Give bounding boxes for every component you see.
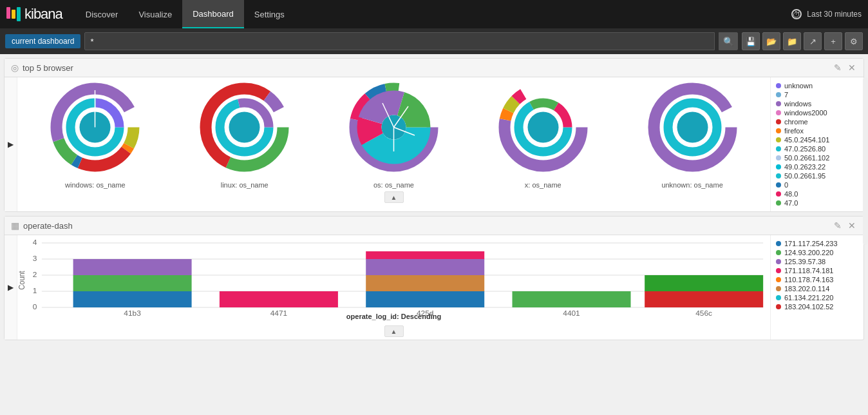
legend-item-3: windows2000 <box>776 108 858 117</box>
bar-4471-seg1 <box>220 291 338 307</box>
bar-4401-seg1 <box>513 291 631 307</box>
bar-chart-svg: 0 1 2 3 4 Count 41b3 4471 <box>17 235 770 319</box>
op-legend-item-1: 124.93.200.220 <box>776 248 858 257</box>
legend-label-11: 0 <box>784 181 788 189</box>
op-legend-dot-4 <box>776 277 781 282</box>
legend-dot-5 <box>776 128 781 133</box>
bar-41b3-seg3 <box>73 259 192 275</box>
donut-charts-area: windows: os_name linux: os_name <box>17 77 770 211</box>
legend-dot-0 <box>776 83 781 88</box>
bar-456c-seg1 <box>645 291 763 307</box>
logo-bar-pink <box>6 7 10 19</box>
op-legend-dot-1 <box>776 250 781 255</box>
legend-dot-10 <box>776 173 781 179</box>
legend-item-13: 47.0 <box>776 198 858 208</box>
donut-svg-windows <box>45 77 145 177</box>
legend-scrollbar[interactable] <box>863 77 868 245</box>
y-label-3: 3 <box>33 255 37 262</box>
legend-label-12: 48.0 <box>784 190 798 198</box>
panel-controls: ✎ ✕ <box>833 63 857 73</box>
donut-windows: windows: os_name <box>45 77 145 189</box>
bar-up-btn-area: ▲ <box>17 323 770 340</box>
donut-label-2: os: os_name <box>373 181 414 189</box>
operate-legend-collapse[interactable]: ▶ <box>5 235 17 340</box>
top5-browser-panel: ◎ top 5 browser ✎ ✕ ▶ <box>4 58 864 212</box>
op-legend-label-4: 110.178.74.163 <box>784 276 833 284</box>
op-legend-item-0: 171.117.254.233 <box>776 239 858 248</box>
toolbar: current dashboard 🔍 💾 📂 📁 ↗ + ⚙ <box>0 28 868 54</box>
search-input[interactable] <box>84 32 715 50</box>
donut-linux: linux: os_name <box>194 77 294 189</box>
bar-chart-icon: ▦ <box>11 220 19 231</box>
legend-dot-13 <box>776 200 781 206</box>
save-icon[interactable]: 💾 <box>742 32 760 50</box>
kibana-logo: kibana <box>6 6 62 23</box>
donut-svg-x <box>493 77 593 177</box>
operate-legend: 171.117.254.233 124.93.200.220 125.39.57… <box>770 235 863 340</box>
donut-up-button[interactable]: ▲ <box>384 191 404 203</box>
top5-panel-header: ◎ top 5 browser ✎ ✕ <box>5 59 863 77</box>
legend-item-4: chrome <box>776 117 858 126</box>
legend-label-7: 47.0.2526.80 <box>784 145 826 153</box>
close-button[interactable]: ✕ <box>847 63 857 73</box>
y-label-2: 2 <box>33 271 37 278</box>
legend-item-8: 50.0.2661.102 <box>776 153 858 162</box>
legend-item-7: 47.0.2526.80 <box>776 144 858 153</box>
settings-icon[interactable]: ⚙ <box>845 32 863 50</box>
svg-point-36 <box>527 112 558 143</box>
operate-close-button[interactable]: ✕ <box>847 220 857 231</box>
op-legend-item-4: 110.178.74.163 <box>776 275 858 284</box>
edit-button[interactable]: ✎ <box>833 63 843 73</box>
y-label-0: 0 <box>33 303 37 311</box>
legend-label-6: 45.0.2454.101 <box>784 136 829 144</box>
operate-content: ▶ 0 1 2 3 4 Count <box>5 235 863 340</box>
op-legend-dot-2 <box>776 259 781 264</box>
operate-legend-scroll: 171.117.254.233 124.93.200.220 125.39.57… <box>776 239 858 311</box>
bar-up-button[interactable]: ▲ <box>384 325 404 337</box>
op-legend-item-3: 171.118.74.181 <box>776 266 858 275</box>
operate-edit-button[interactable]: ✎ <box>833 220 843 231</box>
operate-dash-panel: ▦ operate-dash ✎ ✕ ▶ 0 1 2 3 4 Count <box>4 216 864 340</box>
bar-41b3-seg2 <box>73 275 192 291</box>
donut-svg-os <box>344 77 444 177</box>
nav-visualize[interactable]: Visualize <box>128 0 182 28</box>
add-icon[interactable]: + <box>824 32 842 50</box>
search-button[interactable]: 🔍 <box>719 32 738 50</box>
donut-os: os: os_name <box>344 77 444 189</box>
operate-panel-header: ▦ operate-dash ✎ ✕ <box>5 217 863 235</box>
op-legend-label-6: 61.134.221.220 <box>784 294 833 302</box>
legend-dot-3 <box>776 110 781 115</box>
load-icon[interactable]: 📂 <box>762 32 780 50</box>
svg-point-39 <box>677 112 708 143</box>
legend-item-0: unknown <box>776 81 858 90</box>
nav-settings[interactable]: Settings <box>244 0 295 28</box>
bar-425d-seg1 <box>366 291 484 307</box>
op-legend-dot-5 <box>776 286 781 291</box>
operate-panel-controls: ✎ ✕ <box>833 220 857 231</box>
legend-item-5: firefox <box>776 126 858 135</box>
legend-item-2: windows <box>776 99 858 108</box>
y-label-4: 4 <box>33 238 37 246</box>
op-legend-item-5: 183.202.0.114 <box>776 284 858 293</box>
folder-icon[interactable]: 📁 <box>783 32 801 50</box>
legend-label-5: firefox <box>784 127 804 135</box>
bar-425d-seg3 <box>366 259 484 275</box>
legend-item-10: 50.0.2661.95 <box>776 171 858 180</box>
op-legend-label-1: 124.93.200.220 <box>784 249 833 256</box>
logo-bar-teal <box>17 7 21 21</box>
legend-item-11: 0 <box>776 180 858 189</box>
op-legend-item-7: 183.204.102.52 <box>776 302 858 311</box>
nav-dashboard[interactable]: Dashboard <box>182 0 244 28</box>
legend-dot-7 <box>776 146 781 151</box>
legend-item-1: 7 <box>776 90 858 99</box>
share-icon[interactable]: ↗ <box>804 32 822 50</box>
nav-discover[interactable]: Discover <box>75 0 129 28</box>
top5-panel-title: top 5 browser <box>23 63 829 73</box>
legend-scroll: unknown 7 windows windows2000 chrome <box>776 81 858 208</box>
dashboard-label: current dashboard <box>5 34 80 48</box>
legend-collapse-arrow[interactable]: ▶ <box>5 77 17 211</box>
top5-legend: unknown 7 windows windows2000 chrome <box>770 77 863 211</box>
legend-item-9: 49.0.2623.22 <box>776 162 858 171</box>
time-label: Last 30 minutes <box>807 10 862 19</box>
operate-panel-title: operate-dash <box>23 221 829 231</box>
